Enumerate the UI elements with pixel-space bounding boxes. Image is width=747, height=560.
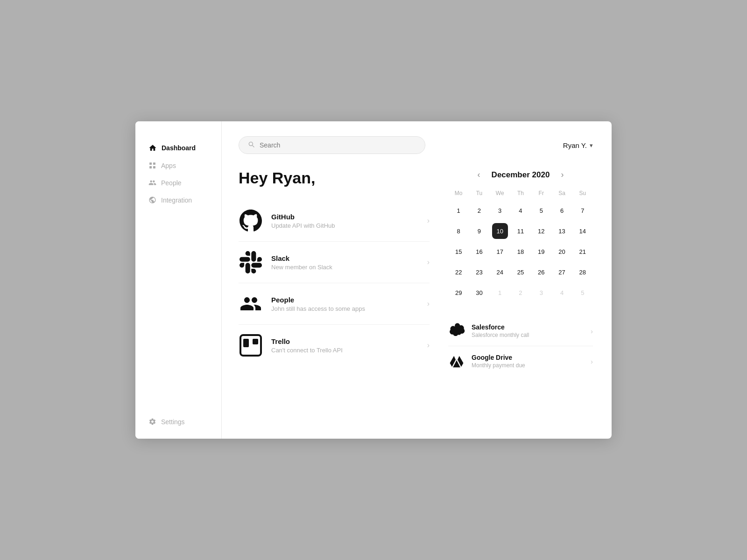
settings-icon <box>148 418 156 426</box>
calendar-day[interactable]: 5 <box>572 282 593 303</box>
calendar-day[interactable]: 24 <box>490 262 510 282</box>
svg-rect-2 <box>149 166 152 168</box>
sidebar-item-apps[interactable]: Apps <box>143 158 214 173</box>
calendar-day[interactable]: 30 <box>469 282 489 303</box>
chevron-right-icon: › <box>427 341 430 350</box>
calendar-day[interactable]: 1 <box>448 200 469 221</box>
calendar-prev-button[interactable]: ‹ <box>475 169 483 181</box>
calendar-day[interactable]: 11 <box>510 221 531 241</box>
calendar-day[interactable]: 6 <box>551 200 572 221</box>
trello-icon <box>239 333 263 357</box>
event-arrow-salesforce: › <box>591 327 593 335</box>
calendar-title: December 2020 <box>492 170 550 180</box>
cal-header-fr: Fr <box>531 188 551 200</box>
github-icon <box>239 209 263 233</box>
cal-header-th: Th <box>510 188 531 200</box>
calendar-day[interactable]: 28 <box>572 262 593 282</box>
notif-text-trello: Trello Can't connect to Trello API <box>271 337 419 354</box>
calendar-day[interactable]: 22 <box>448 262 469 282</box>
search-input[interactable] <box>260 141 416 149</box>
calendar-day[interactable]: 2 <box>469 200 489 221</box>
calendar-day[interactable]: 17 <box>490 241 510 262</box>
calendar-day[interactable]: 10 <box>490 221 510 241</box>
sidebar: Dashboard Apps People <box>135 121 222 439</box>
calendar-day[interactable]: 15 <box>448 241 469 262</box>
calendar-day[interactable]: 23 <box>469 262 489 282</box>
calendar-day[interactable]: 3 <box>490 200 510 221</box>
content-area: Hey Ryan, GitHub Update API with GitHub <box>239 169 593 376</box>
cal-header-su: Su <box>572 188 593 200</box>
calendar-day[interactable]: 19 <box>531 241 551 262</box>
calendar-day[interactable]: 29 <box>448 282 469 303</box>
calendar-day[interactable]: 1 <box>490 282 510 303</box>
home-icon <box>148 144 157 152</box>
chevron-right-icon: › <box>427 258 430 266</box>
notif-text-github: GitHub Update API with GitHub <box>271 213 419 229</box>
cal-header-tu: Tu <box>469 188 489 200</box>
event-text-google-drive: Google Drive Monthly payment due <box>472 354 584 369</box>
user-name: Ryan Y. <box>563 141 587 149</box>
search-bar[interactable] <box>239 136 425 154</box>
calendar-day[interactable]: 18 <box>510 241 531 262</box>
calendar-day[interactable]: 25 <box>510 262 531 282</box>
sidebar-item-dashboard[interactable]: Dashboard <box>143 140 214 156</box>
calendar-day[interactable]: 27 <box>551 262 572 282</box>
sidebar-bottom: Settings <box>135 414 221 429</box>
event-item-salesforce[interactable]: Salesforce Salesforce monthly call › <box>448 316 593 346</box>
svg-rect-3 <box>153 166 155 168</box>
svg-rect-0 <box>149 162 152 165</box>
svg-rect-6 <box>253 339 258 344</box>
people-notif-icon <box>239 292 263 316</box>
salesforce-icon <box>448 322 465 339</box>
right-panel: ‹ December 2020 › Mo Tu We Th Fr <box>448 169 593 376</box>
calendar-day[interactable]: 4 <box>551 282 572 303</box>
user-profile[interactable]: Ryan Y. ▾ <box>563 141 593 149</box>
sidebar-item-integration[interactable]: Integration <box>143 192 214 208</box>
calendar-day[interactable]: 12 <box>531 221 551 241</box>
left-panel: Hey Ryan, GitHub Update API with GitHub <box>239 169 430 376</box>
app-window: Dashboard Apps People <box>135 121 612 439</box>
calendar-next-button[interactable]: › <box>558 169 566 181</box>
calendar-day[interactable]: 8 <box>448 221 469 241</box>
calendar: ‹ December 2020 › Mo Tu We Th Fr <box>448 169 593 303</box>
calendar-day[interactable]: 3 <box>531 282 551 303</box>
event-arrow-google-drive: › <box>591 357 593 365</box>
calendar-day[interactable]: 20 <box>551 241 572 262</box>
notif-item-slack[interactable]: Slack New member on Slack › <box>239 242 430 283</box>
chevron-right-icon: › <box>427 217 430 225</box>
cal-header-mo: Mo <box>448 188 469 200</box>
calendar-day[interactable]: 13 <box>551 221 572 241</box>
calendar-day[interactable]: 14 <box>572 221 593 241</box>
notif-text-people: People John still has access to some app… <box>271 296 419 312</box>
notif-text-slack: Slack New member on Slack <box>271 254 419 271</box>
event-item-google-drive[interactable]: Google Drive Monthly payment due › <box>448 346 593 376</box>
calendar-day[interactable]: 21 <box>572 241 593 262</box>
people-nav-icon <box>148 179 156 187</box>
calendar-day[interactable]: 7 <box>572 200 593 221</box>
calendar-day[interactable]: 2 <box>510 282 531 303</box>
calendar-grid: Mo Tu We Th Fr Sa Su 1234567891011121314… <box>448 188 593 303</box>
svg-rect-5 <box>243 339 249 347</box>
google-drive-icon <box>448 353 465 370</box>
calendar-header: ‹ December 2020 › <box>448 169 593 181</box>
calendar-day[interactable]: 5 <box>531 200 551 221</box>
calendar-day[interactable]: 16 <box>469 241 489 262</box>
notif-item-github[interactable]: GitHub Update API with GitHub › <box>239 200 430 242</box>
sidebar-item-settings[interactable]: Settings <box>148 414 208 429</box>
sidebar-nav: Dashboard Apps People <box>135 140 221 414</box>
notif-item-trello[interactable]: Trello Can't connect to Trello API › <box>239 325 430 366</box>
event-text-salesforce: Salesforce Salesforce monthly call <box>472 323 584 338</box>
sidebar-item-people[interactable]: People <box>143 175 214 190</box>
notification-list: GitHub Update API with GitHub › <box>239 200 430 366</box>
notif-item-people[interactable]: People John still has access to some app… <box>239 283 430 325</box>
chevron-right-icon: › <box>427 300 430 308</box>
main-content: Ryan Y. ▾ Hey Ryan, <box>222 121 612 439</box>
calendar-day[interactable]: 4 <box>510 200 531 221</box>
calendar-day[interactable]: 26 <box>531 262 551 282</box>
slack-icon <box>239 250 263 274</box>
event-list: Salesforce Salesforce monthly call › G <box>448 316 593 376</box>
svg-rect-1 <box>153 162 155 165</box>
calendar-day[interactable]: 9 <box>469 221 489 241</box>
chevron-down-icon: ▾ <box>590 142 593 149</box>
cal-header-sa: Sa <box>551 188 572 200</box>
